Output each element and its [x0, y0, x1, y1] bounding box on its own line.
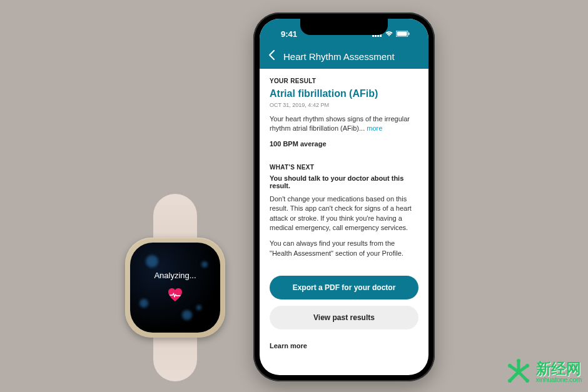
watermark-brand-en: xinhuatone.com [536, 376, 582, 383]
result-section-header: YOUR RESULT [270, 78, 418, 84]
watermark: 新经网 xinhuatone.com [505, 358, 582, 386]
svg-rect-5 [397, 31, 407, 36]
next-section-header: WHAT'S NEXT [270, 164, 418, 171]
advice-archive: You can always find your results from th… [270, 239, 418, 258]
app-header: Heart Rhythm Assessment [260, 44, 428, 69]
phone-screen: 9:41 Heart R [260, 19, 428, 375]
phone-device: 9:41 Heart R [253, 13, 435, 381]
watermark-text: 新经网 xinhuatone.com [536, 361, 582, 383]
content-area: YOUR RESULT Atrial fibrillation (AFib) O… [260, 69, 428, 375]
svg-point-12 [525, 379, 529, 383]
learn-more-link[interactable]: Learn more [270, 342, 418, 349]
header-title: Heart Rhythm Assessment [283, 51, 395, 62]
svg-point-9 [508, 364, 512, 368]
watch-screen[interactable]: Analyzing... [130, 243, 220, 333]
view-past-results-button[interactable]: View past results [270, 306, 418, 329]
phone-frame: 9:41 Heart R [253, 13, 435, 381]
back-button[interactable] [268, 50, 275, 63]
smartwatch: Analyzing... [119, 194, 231, 381]
heart-icon [167, 288, 183, 305]
phone-notch [300, 19, 388, 35]
bpm-average: 100 BPM average [270, 140, 418, 148]
battery-icon [396, 29, 410, 39]
advice-body: Don't change your medications based on t… [270, 194, 418, 233]
svg-point-8 [517, 359, 520, 363]
watermark-brand-cn: 新经网 [536, 361, 582, 376]
status-time: 9:41 [281, 29, 297, 39]
result-description: Your heart rhythm shows signs of the irr… [270, 114, 418, 134]
svg-point-10 [525, 364, 529, 368]
result-timestamp: OCT 31, 2019, 4:42 PM [270, 102, 418, 108]
result-description-text: Your heart rhythm shows signs of the irr… [270, 115, 410, 132]
diagnosis-title: Atrial fibrillation (AFib) [270, 88, 418, 99]
watermark-logo-icon [505, 358, 532, 386]
advice-headline: You should talk to your doctor about thi… [270, 174, 418, 189]
svg-point-7 [517, 370, 520, 374]
export-pdf-button[interactable]: Export a PDF for your doctor [270, 276, 418, 299]
more-link[interactable]: more [367, 124, 382, 132]
watch-status-text: Analyzing... [154, 271, 196, 280]
watch-case: Analyzing... [125, 238, 225, 338]
svg-rect-6 [408, 33, 410, 35]
svg-point-11 [508, 379, 512, 383]
